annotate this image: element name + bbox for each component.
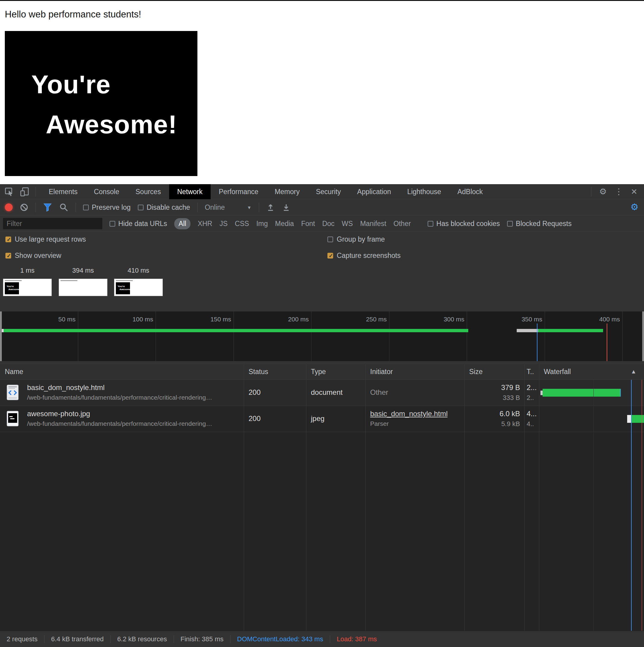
request-name[interactable]: awesome-photo.jpg [27,410,90,418]
tab-network[interactable]: Network [169,184,211,199]
filter-type-font[interactable]: Font [301,220,315,228]
filter-type-manifest[interactable]: Manifest [360,220,386,228]
thumb-awesome-image: You're Awesome! [116,282,130,294]
status-transferred: 6.4 kB transferred [44,635,111,643]
filmstrip-time-2: 394 ms [59,267,108,275]
column-divider[interactable] [306,364,306,631]
disable-cache-option[interactable]: Disable cache [138,203,190,212]
filmstrip-thumbnail-2[interactable] [59,279,108,296]
filter-type-media[interactable]: Media [275,220,294,228]
search-icon[interactable] [59,203,68,212]
clear-icon[interactable] [20,203,28,212]
awesome-photo-image: You're Awesome! [5,31,197,176]
capture-screenshots-option[interactable]: Capture screenshots [328,251,401,260]
filter-funnel-icon[interactable] [43,203,52,212]
hide-data-urls-checkbox[interactable] [110,221,115,227]
request-status: 200 [248,414,261,423]
network-options-row-1: Use large request rows Group by frame [0,232,644,247]
disable-cache-checkbox[interactable] [138,205,144,210]
overview-left-handle[interactable] [0,311,2,361]
group-by-frame-option[interactable]: Group by frame [328,235,385,243]
column-header-size[interactable]: Size [469,368,483,376]
devtools-tabbar: Elements Console Sources Network Perform… [0,184,644,199]
tab-lighthouse[interactable]: Lighthouse [399,184,449,199]
column-header-status[interactable]: Status [248,368,268,376]
column-header-type[interactable]: Type [311,368,326,376]
tab-sources[interactable]: Sources [127,184,169,199]
thumb-text-line [116,280,133,281]
filter-type-other[interactable]: Other [393,220,411,228]
overview-tick-250ms: 250 ms [366,316,387,323]
throttling-select[interactable]: Online ▼ [205,203,252,212]
column-header-initiator[interactable]: Initiator [370,368,393,376]
requests-table-empty-area [0,432,644,631]
import-har-icon[interactable] [266,203,275,212]
request-type: document [311,388,343,397]
thumb-text-line [61,280,77,281]
column-header-name[interactable]: Name [5,368,23,376]
device-toolbar-icon[interactable] [20,187,30,197]
export-har-icon[interactable] [282,203,290,212]
tab-console[interactable]: Console [86,184,127,199]
hide-data-urls-option[interactable]: Hide data URLs [110,220,167,228]
column-divider[interactable] [365,364,366,631]
close-devtools-icon[interactable]: ✕ [631,188,637,196]
request-name[interactable]: basic_dom_nostyle.html [27,383,104,392]
show-overview-option[interactable]: Show overview [5,251,61,260]
tab-elements[interactable]: Elements [41,184,86,199]
group-by-frame-checkbox[interactable] [328,236,333,242]
has-blocked-cookies-option[interactable]: Has blocked cookies [428,220,500,228]
filter-input[interactable] [3,218,102,229]
blocked-requests-option[interactable]: Blocked Requests [507,220,571,228]
preserve-log-option[interactable]: Preserve log [83,203,131,212]
filter-type-img[interactable]: Img [257,220,268,228]
toolbar-separator [259,203,259,212]
status-requests-count: 2 requests [0,635,44,643]
devtools-panel: Elements Console Sources Network Perform… [0,184,644,647]
network-settings-gear-icon[interactable]: ⚙ [631,203,639,212]
use-large-request-rows-checkbox[interactable] [5,236,11,242]
waterfall-bar-html[interactable] [543,389,620,397]
record-button[interactable] [5,203,13,211]
filter-type-all[interactable]: All [174,218,191,229]
filter-type-xhr[interactable]: XHR [198,220,212,228]
sort-ascending-icon[interactable]: ▲ [631,368,637,375]
preserve-log-checkbox[interactable] [83,205,89,210]
column-header-time[interactable]: T.. [527,368,534,376]
settings-gear-icon[interactable]: ⚙ [599,188,607,196]
column-divider[interactable] [244,364,244,631]
request-row-jpeg[interactable]: awesome-photo.jpg /web-fundamentals/fund… [0,406,644,432]
column-header-waterfall[interactable]: Waterfall [544,368,571,376]
use-large-request-rows-option[interactable]: Use large request rows [5,235,86,243]
filter-type-doc[interactable]: Doc [322,220,335,228]
has-blocked-cookies-checkbox[interactable] [428,221,433,227]
network-overview[interactable]: 50 ms 100 ms 150 ms 200 ms 250 ms 300 ms… [0,311,644,361]
hero-text-line2: Awesome! [46,110,197,139]
blocked-requests-checkbox[interactable] [507,221,513,227]
request-row-html[interactable]: basic_dom_nostyle.html /web-fundamentals… [0,380,644,406]
capture-screenshots-checkbox[interactable] [328,253,333,259]
column-divider[interactable] [539,364,539,631]
overview-load-line [607,324,607,361]
tab-memory[interactable]: Memory [267,184,308,199]
filmstrip-thumbnail-1[interactable]: You're Awesome! [3,279,52,296]
column-divider[interactable] [524,364,524,631]
more-options-icon[interactable]: ⋮ [615,188,623,196]
waterfall-gridline [593,380,594,631]
inspect-element-icon[interactable] [4,187,14,197]
tab-performance[interactable]: Performance [211,184,267,199]
filter-type-ws[interactable]: WS [342,220,353,228]
tab-security[interactable]: Security [308,184,349,199]
show-overview-checkbox[interactable] [5,253,11,259]
request-initiator-link[interactable]: basic_dom_nostyle.html [370,410,447,418]
filmstrip-thumbnail-3[interactable]: You're Awesome! [114,279,163,296]
filter-type-js[interactable]: JS [219,220,227,228]
request-latency: 2.. [527,394,539,402]
filter-type-css[interactable]: CSS [235,220,249,228]
tab-adblock[interactable]: AdBlock [449,184,491,199]
overview-right-handle[interactable] [642,311,644,361]
overview-bar-jpeg-stalled [517,329,538,332]
network-filter-row: Hide data URLs All XHR JS CSS Img Media … [0,216,644,232]
tab-application[interactable]: Application [349,184,399,199]
request-time: 4... [527,410,539,418]
